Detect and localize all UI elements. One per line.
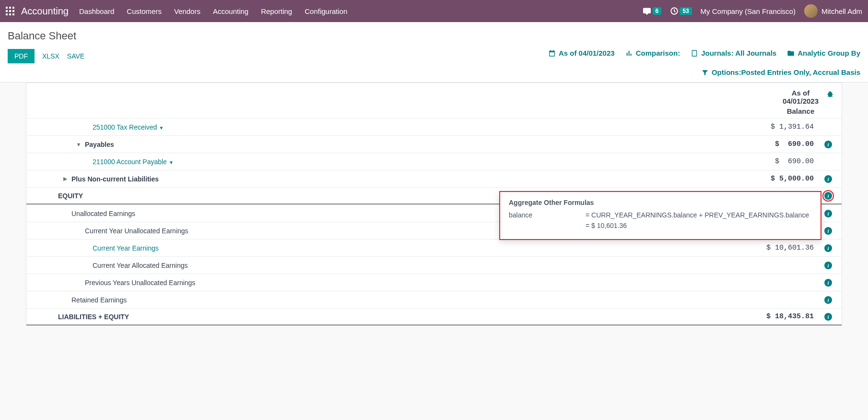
svg-rect-4 [9, 10, 11, 12]
row-amount: $ 690.00 [737, 157, 814, 166]
main-menu: Dashboard Customers Vendors Accounting R… [79, 7, 347, 15]
menu-vendors[interactable]: Vendors [174, 7, 200, 15]
export-buttons: PDF XLSX SAVE [8, 49, 84, 63]
info-button[interactable]: i [818, 312, 832, 321]
column-header: As of 04/01/2023 Balance [26, 83, 842, 118]
menu-dashboard[interactable]: Dashboard [79, 7, 114, 15]
report-row: ▶251000 Tax Received▼$ 1,391.64 [26, 118, 842, 135]
row-label: Unallocated Earnings [71, 210, 135, 217]
menu-reporting[interactable]: Reporting [261, 7, 292, 15]
svg-rect-2 [12, 7, 14, 9]
activities-icon[interactable]: 53 [670, 7, 692, 15]
svg-rect-6 [6, 13, 8, 15]
save-button[interactable]: SAVE [67, 52, 84, 60]
row-amount: $ 5,000.00 [737, 175, 814, 183]
row-label: Current Year Allocated Earnings [93, 262, 188, 269]
popover-result: = $ 10,601.36 [586, 222, 627, 229]
menu-accounting[interactable]: Accounting [213, 7, 248, 15]
book-icon [691, 49, 698, 57]
pdf-button[interactable]: PDF [8, 49, 35, 63]
info-button[interactable]: i [818, 175, 832, 183]
chevron-down-icon[interactable]: ▼ [159, 125, 164, 131]
user-name: Mitchell Adm [821, 7, 862, 15]
row-amount: $ 18,435.81 [737, 312, 814, 321]
row-label: Plus Non-current Liabilities [71, 175, 159, 183]
row-amount: $ 690.00 [737, 140, 814, 148]
info-button[interactable]: i [818, 244, 832, 252]
messages-badge: 6 [653, 7, 662, 15]
report-row: ▶Plus Non-current Liabilities$ 5,000.00i [26, 170, 842, 187]
calendar-icon [548, 49, 556, 57]
info-icon: i [824, 192, 832, 200]
filter-icon [701, 69, 709, 76]
popover-title: Aggregate Other Formulas [509, 199, 812, 206]
popover-formula: = CURR_YEAR_EARNINGS.balance + PREV_YEAR… [586, 211, 809, 219]
page-header: Balance Sheet PDF XLSX SAVE As of 04/01/… [0, 22, 868, 83]
bar-chart-icon [625, 49, 633, 57]
col-header-line2: 04/01/2023 [783, 97, 819, 105]
row-label: Retained Earnings [71, 296, 127, 304]
debug-icon[interactable] [826, 91, 834, 100]
apps-icon[interactable] [6, 7, 14, 15]
row-label[interactable]: 251000 Tax Received▼ [93, 123, 164, 131]
chevron-down-icon[interactable]: ▼ [169, 160, 174, 165]
folder-icon [787, 49, 795, 57]
info-icon: i [824, 296, 832, 304]
filter-comparison[interactable]: Comparison: [625, 49, 680, 57]
info-button[interactable]: i [818, 296, 832, 304]
info-icon: i [824, 244, 832, 252]
activities-badge: 53 [680, 7, 692, 15]
filter-options[interactable]: Options:Posted Entries Only, Accrual Bas… [701, 68, 860, 76]
info-icon: i [824, 141, 832, 148]
svg-rect-8 [12, 13, 14, 15]
row-label: Current Year Unallocated Earnings [85, 227, 188, 235]
report-row: ▶Current Year Earnings$ 10,601.36i [26, 239, 842, 256]
info-button[interactable]: i [818, 140, 832, 148]
col-header-balance: Balance [783, 107, 819, 115]
caret-down-icon[interactable]: ▼ [72, 142, 85, 147]
info-icon: i [824, 175, 832, 183]
info-icon: i [824, 210, 832, 217]
menu-configuration[interactable]: Configuration [305, 7, 347, 15]
row-label: EQUITY [58, 192, 83, 200]
user-menu[interactable]: Mitchell Adm [804, 4, 862, 18]
filter-journals[interactable]: Journals: All Journals [691, 49, 776, 57]
caret-right-icon[interactable]: ▶ [59, 176, 71, 182]
page-title: Balance Sheet [8, 30, 860, 42]
xlsx-button[interactable]: XLSX [42, 52, 59, 60]
messages-icon[interactable]: 6 [642, 7, 662, 15]
report-body: As of 04/01/2023 Balance ▶251000 Tax Rec… [0, 83, 868, 326]
formula-popover: Aggregate Other Formulasbalance= CURR_YE… [499, 191, 821, 240]
row-label: Payables [85, 141, 114, 148]
report-card: As of 04/01/2023 Balance ▶251000 Tax Rec… [26, 83, 842, 326]
report-row: ▼Payables$ 690.00i [26, 135, 842, 153]
svg-rect-1 [9, 7, 11, 9]
report-row: ▶211000 Account Payable▼$ 690.00 [26, 153, 842, 170]
row-label[interactable]: 211000 Account Payable▼ [93, 158, 174, 166]
report-row: ▶LIABILITIES + EQUITY$ 18,435.81i [26, 308, 842, 325]
filter-analytic[interactable]: Analytic Group By [787, 49, 860, 57]
info-icon: i [824, 313, 832, 321]
row-amount: $ 1,391.64 [737, 123, 814, 131]
svg-rect-7 [9, 13, 11, 15]
app-brand[interactable]: Accounting [21, 6, 69, 17]
info-button[interactable]: i [818, 278, 832, 287]
info-icon: i [824, 262, 832, 269]
info-button[interactable]: i [818, 261, 832, 269]
row-label: LIABILITIES + EQUITY [58, 313, 129, 321]
row-amount: $ 10,601.36 [737, 244, 814, 252]
report-row: ▶Retained Earningsi [26, 291, 842, 308]
col-header-line1: As of [783, 89, 819, 97]
info-icon: i [824, 279, 832, 287]
report-row: ▶Previous Years Unallocated Earningsi [26, 274, 842, 291]
menu-customers[interactable]: Customers [127, 7, 162, 15]
avatar [804, 4, 818, 18]
info-icon: i [824, 227, 832, 235]
row-label: Previous Years Unallocated Earnings [85, 279, 195, 287]
company-selector[interactable]: My Company (San Francisco) [701, 7, 796, 15]
svg-rect-3 [6, 10, 8, 12]
svg-rect-5 [12, 10, 14, 12]
row-label[interactable]: Current Year Earnings [93, 244, 159, 252]
filter-as-of[interactable]: As of 04/01/2023 [548, 49, 615, 57]
report-filters: As of 04/01/2023 Comparison: Journals: A… [548, 49, 860, 57]
